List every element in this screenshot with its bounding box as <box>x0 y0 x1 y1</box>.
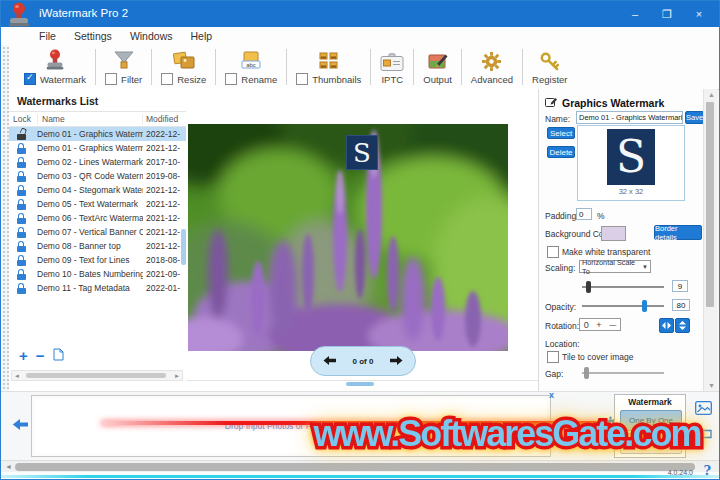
rotation-stepper[interactable]: 0 + — <box>579 318 621 331</box>
toolbar-register[interactable]: Register <box>523 45 576 89</box>
output-photo-icon[interactable] <box>695 401 712 419</box>
toolbar-thumbnails[interactable]: Thumbnails <box>287 45 370 89</box>
rename-checkbox[interactable] <box>225 73 237 85</box>
watermark-action-group: Watermark One By One <box>614 394 686 458</box>
filter-checkbox[interactable] <box>105 73 117 85</box>
lock-icon[interactable] <box>17 255 26 266</box>
scaling-label: Scaling: <box>545 263 575 273</box>
flip-vertical-button[interactable] <box>675 318 690 333</box>
watermark-list-item[interactable]: Demo 04 - Stegomark Watermark2021-12- <box>9 183 186 197</box>
tile-checkbox[interactable] <box>547 351 559 363</box>
toolbar-output[interactable]: Output <box>414 45 461 89</box>
lock-icon[interactable] <box>17 213 26 224</box>
scaling-slider[interactable] <box>582 286 664 288</box>
watermark-list-item[interactable]: Demo 02 - Lines Watermark2017-10- <box>9 155 186 169</box>
thumbnails-checkbox[interactable] <box>296 73 308 85</box>
unlock-icon[interactable] <box>17 129 26 140</box>
flip-horizontal-button[interactable] <box>659 318 674 333</box>
save-button[interactable]: Save <box>685 111 704 124</box>
batch-button[interactable] <box>620 433 682 454</box>
maximize-button[interactable]: ❐ <box>651 1 683 27</box>
lock-icon[interactable] <box>17 157 26 168</box>
watermark-list-item[interactable]: Demo 01 - Graphics Watermark2021-12- <box>9 141 186 155</box>
rotation-increase-button[interactable]: + <box>596 320 601 330</box>
opacity-slider-handle[interactable] <box>642 300 647 312</box>
scroll-left-icon[interactable]: ◄ <box>3 463 14 470</box>
watermark-list-item[interactable]: Demo 06 - TextArc Watermark2021-12- <box>9 211 186 225</box>
padding-input[interactable]: 0 <box>576 208 592 220</box>
watermark-list-item[interactable]: Demo 01 - Graphics Watermark Copy2022-12… <box>9 127 186 141</box>
toolbar-advanced[interactable]: Advanced <box>462 45 522 89</box>
select-button[interactable]: Select <box>547 127 575 139</box>
lock-icon[interactable] <box>17 241 26 252</box>
toolbar-resize[interactable]: Resize <box>152 45 215 89</box>
toolbar-label: Resize <box>177 74 206 85</box>
lock-icon[interactable] <box>17 283 26 294</box>
menu-help[interactable]: Help <box>181 30 221 42</box>
prev-photo-button[interactable] <box>323 352 337 370</box>
scroll-right-icon[interactable]: ► <box>172 373 182 379</box>
remove-watermark-button[interactable]: − <box>36 350 45 362</box>
lock-icon[interactable] <box>17 227 26 238</box>
photo-watermark-overlay[interactable]: S <box>346 135 378 170</box>
watermark-name: Demo 06 - TextArc Watermark <box>33 213 143 223</box>
opacity-value-input[interactable]: 80 <box>672 299 690 311</box>
scroll-left-icon[interactable]: ◄ <box>12 373 22 379</box>
resize-checkbox[interactable] <box>161 73 173 85</box>
close-button[interactable]: × <box>683 1 715 27</box>
main-horizontal-scrollbar-thumb[interactable] <box>15 463 695 471</box>
settings-scrollbar-thumb[interactable] <box>706 102 714 307</box>
panel-title: Graphics Watermark <box>562 97 664 109</box>
watermark-list-item[interactable]: Demo 08 - Banner top2021-12- <box>9 239 186 253</box>
watermark-checkbox[interactable] <box>24 73 36 85</box>
gap-slider[interactable] <box>582 372 664 374</box>
watermark-list-item[interactable]: Demo 03 - QR Code Watermark2019-08- <box>9 169 186 183</box>
list-horizontal-scrollbar[interactable]: ◄ ► <box>11 370 183 381</box>
lock-icon[interactable] <box>17 199 26 210</box>
scaling-slider-handle[interactable] <box>586 281 591 293</box>
menu-windows[interactable]: Windows <box>121 30 182 42</box>
duplicate-watermark-icon[interactable] <box>53 347 64 365</box>
rotation-decrease-button[interactable]: — <box>609 321 616 328</box>
watermark-list-item[interactable]: Demo 11 - Tag Metadata2022-01- <box>9 281 186 295</box>
toolbar-watermark[interactable]: Watermark <box>15 45 95 89</box>
lock-icon[interactable] <box>17 143 26 154</box>
preview-scrollbar-thumb[interactable] <box>346 382 374 386</box>
settings-scrollbar[interactable]: ▲ ▼ <box>703 89 717 391</box>
scroll-down-icon[interactable]: ▼ <box>706 382 717 389</box>
lock-icon[interactable] <box>17 185 26 196</box>
toolbar-rename[interactable]: abcRename <box>216 45 286 89</box>
lock-icon[interactable] <box>17 269 26 280</box>
column-name[interactable]: Name <box>38 114 143 124</box>
list-horizontal-scrollbar-thumb[interactable] <box>26 373 166 378</box>
name-input[interactable]: Demo 01 - Graphics Watermark Copy <box>576 111 683 124</box>
column-lock[interactable]: Lock <box>9 114 38 124</box>
watermark-list-item[interactable]: Demo 07 - Vertical Banner Copyright Year… <box>9 225 186 239</box>
watermark-list-item[interactable]: Demo 05 - Text Watermark2021-12- <box>9 197 186 211</box>
drop-input-zone[interactable]: Drop Input Photos or Folders Here! <box>31 395 551 457</box>
add-watermark-button[interactable]: + <box>19 350 28 362</box>
gap-slider-handle[interactable] <box>584 367 589 379</box>
border-details-button[interactable]: Border details <box>654 225 702 240</box>
one-by-one-button[interactable]: One By One <box>620 410 682 431</box>
output-folder-icon[interactable] <box>695 425 712 443</box>
make-white-transparent-checkbox[interactable] <box>547 246 559 258</box>
toolbar-iptc[interactable]: IPTC <box>371 45 413 89</box>
dropzone-close-button[interactable]: x <box>549 390 554 400</box>
next-photo-button[interactable] <box>389 352 403 370</box>
minimize-button[interactable]: – <box>619 1 651 27</box>
delete-button[interactable]: Delete <box>547 146 575 158</box>
column-modified[interactable]: Modified <box>143 114 186 124</box>
watermark-list-item[interactable]: Demo 10 - Bates Numbering2021-09- <box>9 267 186 281</box>
toolbar-label: Output <box>423 74 452 85</box>
toolbar-filter[interactable]: Filter <box>96 45 151 89</box>
menu-settings[interactable]: Settings <box>65 30 121 42</box>
background-color-swatch[interactable] <box>601 226 626 241</box>
scroll-up-icon[interactable]: ▲ <box>706 91 717 98</box>
lock-icon[interactable] <box>17 171 26 182</box>
scaling-dropdown[interactable]: Horizontal Scale To ▼ <box>579 260 651 273</box>
scaling-value-input[interactable]: 9 <box>672 280 688 292</box>
watermark-list-item[interactable]: Demo 09 - Text for Lines2018-08- <box>9 253 186 267</box>
opacity-slider[interactable] <box>582 305 664 307</box>
key-icon <box>539 48 560 72</box>
